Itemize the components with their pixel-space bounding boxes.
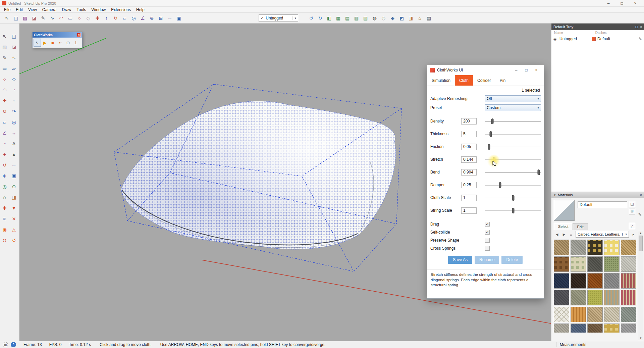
material-name-field[interactable]: Default: [578, 201, 627, 208]
eraser-tool[interactable]: ◪: [10, 43, 18, 51]
tab-simulation[interactable]: Simulation: [427, 75, 455, 86]
minimize-icon[interactable]: –: [511, 66, 521, 74]
polygon-tool[interactable]: ◇: [84, 14, 93, 22]
next-view-button[interactable]: ↻: [316, 14, 324, 22]
paint-brush-icon[interactable]: ✎: [637, 209, 643, 219]
material-swatch-carpet-slate[interactable]: [554, 290, 569, 305]
material-swatch-carpet-chartreuse-speckle[interactable]: [587, 290, 603, 305]
move-cloth-tool[interactable]: ↖: [34, 39, 41, 47]
material-swatch-fabric-tan-weave[interactable]: [587, 307, 603, 322]
menu-edit[interactable]: Edit: [13, 7, 25, 13]
damper-value-input[interactable]: 0.25: [461, 182, 477, 188]
friction-slider-thumb[interactable]: [488, 144, 490, 150]
preserve-shape-checkbox[interactable]: [485, 238, 490, 243]
damper-slider[interactable]: [485, 185, 541, 186]
materials-tab-select[interactable]: Select: [554, 223, 573, 230]
thickness-slider-thumb[interactable]: [489, 131, 492, 137]
menu-file[interactable]: File: [1, 7, 13, 13]
iso-view-button[interactable]: ◧: [325, 14, 333, 22]
wireframe-mode-button[interactable]: ◇: [379, 14, 388, 22]
damper-slider-thumb[interactable]: [499, 182, 501, 188]
scrollbar-thumb[interactable]: [639, 236, 643, 251]
secondary-pane-icon[interactable]: ◫: [629, 201, 635, 207]
material-swatch-carpet-mid-gray[interactable]: [604, 273, 620, 289]
cloth-scale-slider[interactable]: [485, 198, 541, 198]
menu-tools[interactable]: Tools: [74, 7, 89, 13]
density-value-input[interactable]: 200: [461, 118, 477, 125]
visibility-eye-icon[interactable]: ◉: [553, 37, 559, 41]
tab-collider[interactable]: Collider: [473, 75, 495, 86]
material-swatch-fabric-red-stripe[interactable]: [621, 273, 636, 289]
offset-tool[interactable]: ◎: [10, 118, 18, 126]
material-swatch-carpet-brown[interactable]: [587, 324, 603, 333]
material-swatch-carpet-gray-weave[interactable]: [571, 240, 586, 255]
geolocation-icon[interactable]: ▦: [3, 342, 8, 347]
material-swatch-carpet-olive-gray[interactable]: [571, 290, 586, 305]
select-tool[interactable]: ↖: [3, 14, 11, 22]
clothworks-toolbar-titlebar[interactable]: ClothWorks ×: [33, 32, 82, 38]
line-tool[interactable]: ✎: [1, 54, 9, 62]
string-scale-slider-thumb[interactable]: [512, 208, 514, 213]
circle-tool[interactable]: ○: [1, 75, 9, 83]
shaded-mode-button[interactable]: ◆: [388, 14, 397, 22]
string-scale-value-input[interactable]: 1: [461, 207, 477, 214]
maximize-icon[interactable]: □: [521, 66, 531, 74]
push-pull-tool[interactable]: ↑: [102, 14, 111, 22]
tape-measure-tool[interactable]: ∠: [1, 129, 9, 137]
move-tool[interactable]: ✚: [93, 14, 102, 22]
detail-arrow-icon[interactable]: ▸: [630, 231, 637, 238]
cloth-scale-value-input[interactable]: 1: [461, 195, 477, 201]
zoom-tool[interactable]: ⊕: [1, 172, 9, 180]
forward-icon[interactable]: ▶: [561, 231, 567, 238]
tab-pin[interactable]: Pin: [495, 75, 510, 86]
material-swatch-fabric-rose-stripe[interactable]: [621, 290, 636, 305]
dialog-titlebar[interactable]: ClothWorks UI – □ ×: [427, 65, 544, 75]
freehand-tool[interactable]: ∿: [10, 54, 18, 62]
material-swatch-fabric-navy[interactable]: [554, 273, 569, 289]
push-pull-tool[interactable]: ↑: [10, 97, 18, 105]
scroll-up-icon[interactable]: ▲: [639, 232, 642, 235]
material-swatch-carpet-stone[interactable]: [554, 324, 569, 333]
play-simulation-button[interactable]: ▶: [41, 39, 49, 47]
tag-row-untagged[interactable]: ◉ Untagged Default ✎: [551, 35, 644, 43]
bend-slider-thumb[interactable]: [538, 169, 540, 175]
section-plane-tool[interactable]: ◨: [10, 193, 18, 201]
clothworks-settings-button[interactable]: ⊙: [64, 39, 72, 47]
density-slider-thumb[interactable]: [491, 118, 493, 124]
close-icon[interactable]: ×: [531, 66, 541, 74]
text-tool[interactable]: A: [10, 140, 18, 148]
polygon-tool[interactable]: ◇: [10, 75, 18, 83]
offset-tool[interactable]: ◎: [129, 14, 138, 22]
menu-camera[interactable]: Camera: [40, 7, 59, 13]
scroll-down-icon[interactable]: ▼: [639, 337, 642, 340]
cross-springs-checkbox[interactable]: [485, 246, 490, 251]
previous-view-button[interactable]: ↺: [307, 14, 315, 22]
material-swatch-fabric-black-gold-check[interactable]: [587, 240, 603, 255]
preset-dropdown[interactable]: Custom▾: [485, 104, 541, 111]
materials-scrollbar[interactable]: ▲ ▼: [638, 231, 643, 340]
protractor-tool[interactable]: ◔: [1, 140, 9, 148]
pan-tool[interactable]: ⇔: [166, 14, 174, 22]
look-around-tool[interactable]: ⊙: [10, 183, 18, 191]
material-swatch-fabric-yellow-check[interactable]: [604, 240, 620, 255]
bend-slider[interactable]: [485, 172, 541, 173]
clothworks-tear-tool[interactable]: △: [10, 226, 18, 234]
front-view-button[interactable]: ▤: [343, 14, 352, 22]
zoom-in-tool[interactable]: ⊕: [148, 14, 156, 22]
drag-checkbox[interactable]: ✓: [485, 222, 490, 227]
eraser-tool[interactable]: ◪: [30, 14, 38, 22]
menu-extensions[interactable]: Extensions: [108, 7, 133, 13]
walk-tool[interactable]: ⌂: [1, 193, 9, 201]
materials-panel-header[interactable]: ▼ Materials ×: [551, 192, 644, 198]
stop-simulation-button[interactable]: ■: [49, 39, 56, 47]
active-tag-dropdown[interactable]: ✓ Untagged ▾: [259, 14, 298, 22]
clothworks-roll-tool[interactable]: ↺: [10, 236, 18, 244]
axes-tool[interactable]: +: [1, 150, 9, 158]
material-swatch-carpet-tan-weave[interactable]: [554, 240, 569, 255]
stretch-value-input[interactable]: 0.144: [461, 156, 477, 163]
reset-simulation-button[interactable]: ⇤: [57, 39, 64, 47]
material-swatch-fabric-gold-check[interactable]: [604, 324, 620, 333]
minimize-icon[interactable]: –: [602, 0, 615, 7]
close-icon[interactable]: ×: [640, 193, 642, 197]
home-icon[interactable]: ⌂: [568, 231, 574, 238]
